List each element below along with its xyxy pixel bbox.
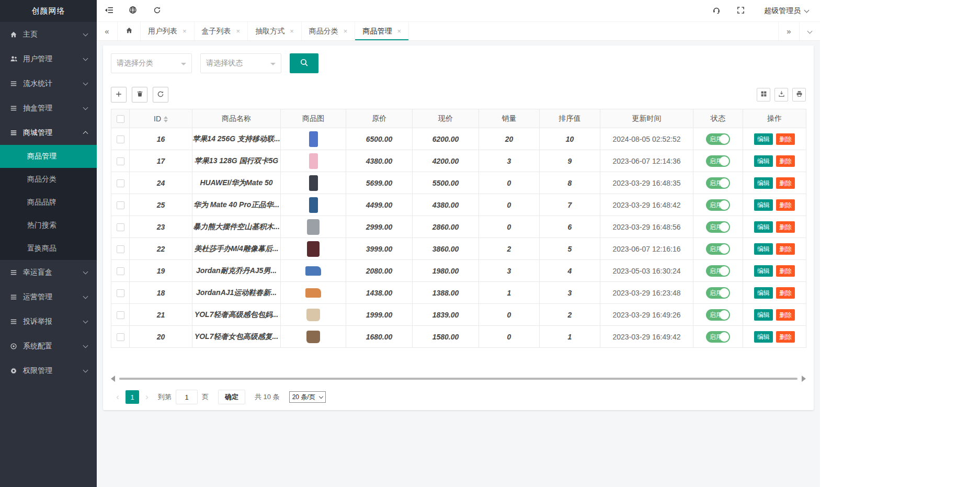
print-button[interactable]: [792, 88, 806, 101]
edit-button[interactable]: 编辑: [754, 133, 773, 145]
delete-button[interactable]: 删除: [776, 177, 795, 189]
product-image[interactable]: [309, 197, 318, 213]
delete-button[interactable]: 删除: [776, 265, 795, 277]
current-page[interactable]: 1: [126, 390, 139, 404]
edit-button[interactable]: 编辑: [754, 265, 773, 277]
delete-selected-button[interactable]: [132, 87, 147, 103]
status-toggle[interactable]: 启用: [706, 309, 730, 321]
delete-button[interactable]: 删除: [776, 331, 795, 343]
tab[interactable]: 抽取方式×: [248, 22, 302, 40]
status-select[interactable]: 请选择状态: [200, 53, 281, 73]
product-image[interactable]: [309, 131, 318, 147]
edit-button[interactable]: 编辑: [754, 243, 773, 255]
scrollbar-track[interactable]: [119, 378, 797, 380]
edit-button[interactable]: 编辑: [754, 331, 773, 343]
product-image[interactable]: [309, 175, 318, 191]
sidebar-item[interactable]: 商城管理: [0, 120, 97, 145]
edit-button[interactable]: 编辑: [754, 155, 773, 167]
row-checkbox[interactable]: [117, 311, 124, 319]
sidebar-subitem[interactable]: 商品品牌: [0, 191, 97, 214]
delete-button[interactable]: 删除: [776, 287, 795, 299]
globe-button[interactable]: [121, 0, 145, 22]
header-id[interactable]: ID: [130, 109, 192, 128]
delete-button[interactable]: 删除: [776, 243, 795, 255]
tab[interactable]: 用户列表×: [141, 22, 195, 40]
next-page-button[interactable]: ›: [140, 390, 154, 404]
scroll-right-arrow[interactable]: [802, 376, 806, 382]
product-image[interactable]: [305, 266, 321, 276]
tab[interactable]: 商品管理×: [355, 22, 409, 40]
row-checkbox[interactable]: [117, 201, 124, 209]
add-button[interactable]: [111, 87, 127, 103]
product-image[interactable]: [307, 241, 320, 257]
tab-close-icon[interactable]: ×: [183, 28, 187, 35]
row-checkbox[interactable]: [117, 135, 124, 143]
tabs-scroll-left-button[interactable]: «: [97, 22, 118, 40]
sidebar-item[interactable]: 运营管理: [0, 285, 97, 309]
select-all-checkbox[interactable]: [117, 115, 124, 123]
sort-icon[interactable]: [164, 116, 168, 122]
sidebar-item[interactable]: 流水统计: [0, 71, 97, 96]
status-toggle[interactable]: 启用: [706, 243, 730, 255]
sidebar-item[interactable]: 抽盒管理: [0, 96, 97, 120]
category-select[interactable]: 请选择分类: [111, 53, 192, 73]
scroll-left-arrow[interactable]: [111, 376, 115, 382]
user-menu[interactable]: 超级管理员: [753, 0, 820, 22]
collapse-sidebar-button[interactable]: [97, 0, 121, 22]
sidebar-item[interactable]: 权限管理: [0, 358, 97, 383]
edit-button[interactable]: 编辑: [754, 309, 773, 321]
row-checkbox[interactable]: [117, 223, 124, 231]
row-checkbox[interactable]: [117, 179, 124, 187]
columns-button[interactable]: [757, 88, 770, 101]
product-image[interactable]: [307, 219, 320, 235]
tabs-scroll-right-button[interactable]: »: [778, 22, 799, 40]
edit-button[interactable]: 编辑: [754, 221, 773, 233]
sidebar-subitem[interactable]: 商品管理: [0, 145, 97, 168]
row-checkbox[interactable]: [117, 267, 124, 275]
delete-button[interactable]: 删除: [776, 309, 795, 321]
tab-close-icon[interactable]: ×: [236, 28, 241, 35]
status-toggle[interactable]: 启用: [706, 287, 730, 299]
product-image[interactable]: [305, 288, 321, 298]
edit-button[interactable]: 编辑: [754, 177, 773, 189]
row-checkbox[interactable]: [117, 157, 124, 165]
prev-page-button[interactable]: ‹: [111, 390, 124, 404]
row-checkbox[interactable]: [117, 245, 124, 253]
search-button[interactable]: [290, 53, 318, 73]
confirm-page-button[interactable]: 确定: [218, 390, 245, 404]
row-checkbox[interactable]: [117, 333, 124, 341]
status-toggle[interactable]: 启用: [706, 177, 730, 189]
tabs-menu-button[interactable]: [799, 22, 820, 40]
tab-close-icon[interactable]: ×: [290, 28, 294, 35]
product-image[interactable]: [306, 309, 320, 321]
delete-button[interactable]: 删除: [776, 199, 795, 211]
per-page-select[interactable]: 20 条/页: [289, 391, 326, 403]
fullscreen-button[interactable]: [728, 0, 753, 22]
delete-button[interactable]: 删除: [776, 133, 795, 145]
status-toggle[interactable]: 启用: [706, 133, 730, 145]
scrollbar-thumb[interactable]: [119, 378, 797, 380]
refresh-page-button[interactable]: [145, 0, 169, 22]
tab-close-icon[interactable]: ×: [397, 28, 401, 35]
sidebar-item[interactable]: 主页: [0, 22, 97, 47]
edit-button[interactable]: 编辑: [754, 287, 773, 299]
tab-home[interactable]: [118, 22, 141, 40]
sidebar-subitem[interactable]: 热门搜索: [0, 214, 97, 237]
status-toggle[interactable]: 启用: [706, 221, 730, 233]
product-image[interactable]: [306, 331, 320, 343]
delete-button[interactable]: 删除: [776, 155, 795, 167]
status-toggle[interactable]: 启用: [706, 155, 730, 167]
support-button[interactable]: [704, 0, 728, 22]
sidebar-item[interactable]: 系统配置: [0, 334, 97, 358]
refresh-table-button[interactable]: [153, 87, 168, 103]
status-toggle[interactable]: 启用: [706, 331, 730, 343]
delete-button[interactable]: 删除: [776, 221, 795, 233]
row-checkbox[interactable]: [117, 289, 124, 297]
edit-button[interactable]: 编辑: [754, 199, 773, 211]
tab-close-icon[interactable]: ×: [344, 28, 348, 35]
sidebar-item[interactable]: 投诉举报: [0, 309, 97, 334]
sidebar-subitem[interactable]: 商品分类: [0, 168, 97, 191]
goto-page-input[interactable]: [176, 390, 198, 404]
export-button[interactable]: [774, 88, 788, 101]
product-image[interactable]: [309, 153, 318, 169]
